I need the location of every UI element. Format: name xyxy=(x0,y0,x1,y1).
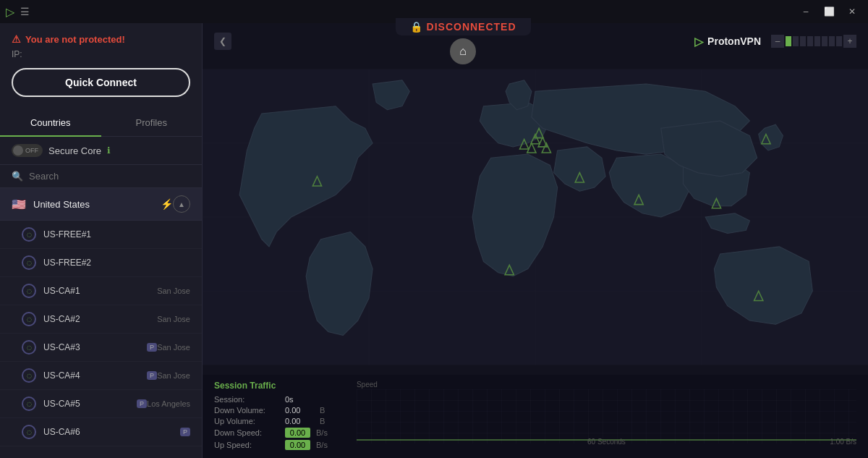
search-input[interactable] xyxy=(29,171,190,182)
server-item-us-free2[interactable]: ◌ US-FREE#2 xyxy=(0,249,202,277)
session-label: Session: xyxy=(214,395,279,404)
slider-seg-5 xyxy=(814,36,820,46)
stat-row-session: Session: 0s xyxy=(214,395,328,404)
server-name-us-free2: US-FREE#2 xyxy=(43,258,190,268)
quick-connect-button[interactable]: Quick Connect xyxy=(12,68,190,97)
disconnected-label: DISCONNECTED xyxy=(427,21,516,33)
server-item-us-ca6[interactable]: ◌ US-CA#6 P xyxy=(0,418,202,446)
slider-seg-7 xyxy=(829,36,835,46)
up-volume-value: 0.00 xyxy=(285,417,314,425)
protonvpn-logo-icon: ▷ xyxy=(694,35,703,48)
lock-icon: 🔒 xyxy=(410,21,422,33)
server-item-us-free1[interactable]: ◌ US-FREE#1 xyxy=(0,221,202,249)
session-value: 0s xyxy=(285,395,314,404)
chart-value-label: 1.00 B/s xyxy=(830,438,856,446)
country-item-usa[interactable]: 🇺🇸 United States ⚡ ▲ xyxy=(0,188,202,221)
status-bar: 🔒 DISCONNECTED xyxy=(396,18,531,35)
country-connect-icon: ⚡ xyxy=(161,198,173,210)
svg-rect-20 xyxy=(357,389,856,444)
server-item-us-ca5[interactable]: ◌ US-CA#5 P Los Angeles xyxy=(0,390,202,418)
map-area xyxy=(203,59,868,375)
server-name-us-ca4: US-CA#4 xyxy=(43,370,142,381)
server-signal-icon: ◌ xyxy=(22,312,36,326)
server-name-us-ca5: US-CA#5 xyxy=(43,399,132,409)
server-item-us-ca3[interactable]: ◌ US-CA#3 P San Jose xyxy=(0,334,202,362)
down-volume-value: 0.00 xyxy=(285,406,314,415)
world-map xyxy=(203,59,868,375)
sidebar: ⚠ You are not protected! IP: Quick Conne… xyxy=(0,23,203,458)
server-item-us-ca4[interactable]: ◌ US-CA#4 P San Jose xyxy=(0,362,202,390)
tab-profiles[interactable]: Profiles xyxy=(101,110,203,136)
warning-icon: ⚠ xyxy=(12,33,21,45)
us-flag-icon: 🇺🇸 xyxy=(12,198,26,211)
not-protected-text: You are not protected! xyxy=(25,34,125,45)
session-traffic-title: Session Traffic xyxy=(214,381,328,391)
slider-seg-8 xyxy=(836,36,842,46)
server-signal-icon: ◌ xyxy=(22,284,36,298)
speed-slider-track xyxy=(786,36,842,46)
server-signal-icon: ◌ xyxy=(22,425,36,439)
server-item-us-ca1[interactable]: ◌ US-CA#1 San Jose xyxy=(0,277,202,305)
down-speed-label: Down Speed: xyxy=(214,428,279,437)
server-location-us-ca4: San Jose xyxy=(157,371,190,380)
slider-seg-1 xyxy=(786,36,791,46)
toggle-circle xyxy=(13,145,23,156)
maximize-button[interactable]: ⬜ xyxy=(819,4,839,20)
top-bar: ❮ 🔒 DISCONNECTED ⌂ ▷ ProtonVPN – xyxy=(203,23,868,59)
server-name-us-ca2: US-CA#2 xyxy=(43,314,157,324)
plus-badge-us-ca4: P xyxy=(147,371,157,380)
up-speed-value: 0.00 xyxy=(285,440,310,450)
country-list: 🇺🇸 United States ⚡ ▲ ◌ US-FREE#1 ◌ US-FR… xyxy=(0,188,202,458)
not-protected-warning: ⚠ You are not protected! xyxy=(12,33,190,45)
ip-row: IP: xyxy=(12,49,190,59)
speed-decrease-button[interactable]: – xyxy=(771,35,784,48)
up-volume-unit: B xyxy=(320,417,325,425)
secure-core-toggle[interactable]: OFF xyxy=(12,144,43,157)
server-signal-icon: ◌ xyxy=(22,227,36,242)
server-location-us-ca3: San Jose xyxy=(157,343,190,352)
chart-svg xyxy=(357,389,856,444)
secure-core-label: Secure Core xyxy=(48,145,101,156)
slider-seg-2 xyxy=(793,36,799,46)
up-speed-label: Up Speed: xyxy=(214,441,279,449)
slider-seg-6 xyxy=(822,36,827,46)
protonvpn-logo-text: ProtonVPN xyxy=(707,35,761,47)
toggle-state-label: OFF xyxy=(25,147,38,154)
protonvpn-logo: ▷ ProtonVPN – + xyxy=(694,35,856,48)
stat-row-down-vol: Down Volume: 0.00 B xyxy=(214,406,328,415)
bottom-stats: Session Traffic Session: 0s Down Volume:… xyxy=(203,375,868,458)
speed-increase-button[interactable]: + xyxy=(843,35,856,48)
menu-icon[interactable]: ☰ xyxy=(20,6,30,17)
server-item-us-ca2[interactable]: ◌ US-CA#2 San Jose xyxy=(0,305,202,334)
collapse-sidebar-button[interactable]: ❮ xyxy=(214,33,231,50)
info-icon[interactable]: ℹ xyxy=(107,145,111,156)
search-row: 🔍 xyxy=(0,165,202,188)
server-name-us-ca6: US-CA#6 xyxy=(43,427,176,437)
up-volume-label: Up Volume: xyxy=(214,417,279,425)
tab-countries[interactable]: Countries xyxy=(0,110,101,137)
main-layout: ⚠ You are not protected! IP: Quick Conne… xyxy=(0,23,868,458)
down-speed-unit: B/s xyxy=(316,428,328,437)
server-signal-icon: ◌ xyxy=(22,396,36,411)
up-speed-unit: B/s xyxy=(316,441,328,449)
search-icon: 🔍 xyxy=(12,171,23,182)
minimize-button[interactable]: – xyxy=(796,4,816,20)
server-location-us-ca5: Los Angeles xyxy=(147,399,190,408)
down-volume-label: Down Volume: xyxy=(214,406,279,415)
server-location-us-ca1: San Jose xyxy=(157,287,190,295)
chart-speed-label: Speed xyxy=(357,381,378,389)
titlebar-left: ▷ ☰ xyxy=(6,5,30,19)
app-logo-icon: ▷ xyxy=(6,5,14,19)
session-traffic-panel: Session Traffic Session: 0s Down Volume:… xyxy=(214,381,328,452)
country-name-usa: United States xyxy=(33,199,161,210)
sidebar-header: ⚠ You are not protected! IP: Quick Conne… xyxy=(0,23,202,110)
country-expand-button-usa[interactable]: ▲ xyxy=(173,195,190,213)
close-button[interactable]: ✕ xyxy=(842,4,862,20)
server-name-us-free1: US-FREE#1 xyxy=(43,229,190,239)
right-panel: ❮ 🔒 DISCONNECTED ⌂ ▷ ProtonVPN – xyxy=(203,23,868,458)
server-name-us-ca3: US-CA#3 xyxy=(43,342,142,352)
stat-row-up-speed: Up Speed: 0.00 B/s xyxy=(214,440,328,450)
slider-seg-4 xyxy=(807,36,813,46)
stat-row-up-vol: Up Volume: 0.00 B xyxy=(214,417,328,425)
server-name-us-ca1: US-CA#1 xyxy=(43,286,157,296)
